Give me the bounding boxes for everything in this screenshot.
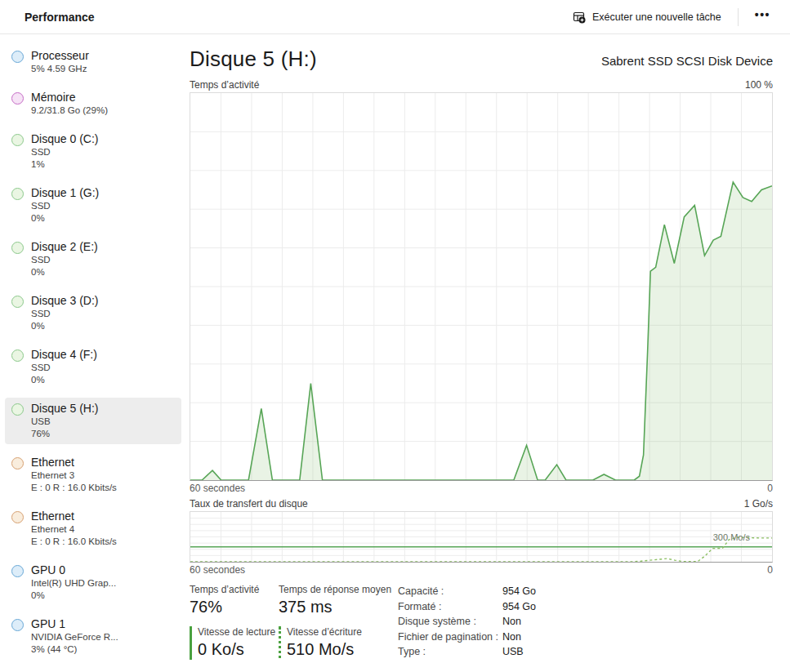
sidebar-item-subline: Ethernet 4 — [31, 523, 117, 536]
sidebar-item-text: EthernetEthernet 4E : 0 R : 16.0 Kbits/s — [31, 510, 117, 548]
detail-label: Capacité : — [398, 584, 502, 599]
sidebar-item-disque-0-c-2[interactable]: Disque 0 (C:)SSD1% — [5, 128, 181, 175]
sidebar-item-m-moire-1[interactable]: Mémoire9.2/31.8 Go (29%) — [5, 87, 181, 121]
sidebar-item-subline: 9.2/31.8 Go (29%) — [31, 105, 108, 117]
task-manager-window: Performance Exécuter une nouvelle tâche — [0, 0, 790, 672]
sidebar-item-disque-5-h-7[interactable]: Disque 5 (H:)USB76% — [5, 398, 181, 444]
transfer-chart[interactable]: 300 Mo/s — [190, 511, 773, 563]
sidebar-item-subline: SSD — [31, 146, 98, 158]
sidebar-item-subline: SSD — [31, 254, 98, 266]
axis-right-label: 0 — [767, 483, 773, 494]
resource-ring-icon — [11, 349, 24, 362]
sidebar-item-ethernet-9[interactable]: EthernetEthernet 4E : 0 R : 16.0 Kbits/s — [5, 505, 181, 552]
sidebar-item-subline: 76% — [31, 428, 98, 440]
sidebar-item-disque-2-e-4[interactable]: Disque 2 (E:)SSD0% — [5, 236, 181, 283]
detail-label: Fichier de pagination : — [398, 630, 502, 645]
stat-activity: Temps d’activité 76% — [190, 584, 278, 617]
sidebar-item-subline: SSD — [31, 308, 98, 320]
sidebar-item-title: Disque 4 (F:) — [31, 348, 97, 362]
resource-ring-icon — [11, 619, 24, 631]
device-name: Sabrent SSD SCSI Disk Device — [601, 53, 773, 72]
sidebar-item-subline: 0% — [31, 212, 99, 225]
run-new-task-button[interactable]: Exécuter une nouvelle tâche — [565, 5, 730, 29]
sidebar-item-subline: 0% — [31, 266, 98, 278]
sidebar-item-subline: E : 0 R : 16.0 Kbits/s — [31, 536, 117, 548]
sidebar-item-subline: 0% — [31, 374, 97, 386]
sidebar-item-disque-1-g-3[interactable]: Disque 1 (G:)SSD0% — [5, 182, 181, 229]
sidebar-item-gpu-0-10[interactable]: GPU 0Intel(R) UHD Grap...0% — [5, 559, 181, 606]
transfer-chart-axis: 60 secondes 0 — [190, 564, 773, 576]
disk-header: Disque 5 (H:) Sabrent SSD SCSI Disk Devi… — [190, 46, 773, 72]
activity-chart-caption: Temps d’activité 100 % — [190, 79, 773, 91]
resource-ring-icon — [11, 403, 24, 416]
new-task-icon — [573, 11, 586, 24]
detail-row: Disque système :Non — [398, 614, 536, 630]
detail-value: 954 Go — [502, 584, 536, 599]
sidebar-item-text: EthernetEthernet 3E : 0 R : 16.0 Kbits/s — [31, 456, 117, 494]
sidebar-item-text: Disque 5 (H:)USB76% — [31, 402, 98, 440]
axis-left-label: 60 secondes — [190, 483, 245, 494]
stat-activity-label: Temps d’activité — [190, 584, 278, 596]
detail-row: Fichier de pagination :Non — [398, 630, 536, 645]
write-series-marker-icon — [279, 626, 281, 660]
stat-response: Temps de réponse moyen 375 ms — [279, 584, 393, 617]
sidebar-item-text: GPU 0Intel(R) UHD Grap...0% — [31, 563, 116, 602]
activity-chart-max: 100 % — [745, 79, 773, 91]
resource-ring-icon — [11, 134, 24, 146]
detail-label: Type : — [398, 644, 502, 660]
sidebar-item-title: Mémoire — [31, 91, 108, 105]
sidebar-item-subline: 1% — [31, 158, 98, 171]
stat-read-label: Vitesse de lecture — [198, 626, 275, 639]
sidebar-item-text: Disque 2 (E:)SSD0% — [31, 240, 98, 278]
transfer-chart-label: Taux de transfert du disque — [190, 498, 308, 510]
detail-row: Formaté :954 Go — [398, 599, 536, 615]
stat-read: Vitesse de lecture 0 Ko/s — [190, 626, 278, 660]
resource-ring-icon — [11, 51, 24, 63]
content: Processeur5% 4.59 GHzMémoire9.2/31.8 Go … — [0, 34, 790, 672]
resource-ring-icon — [11, 565, 24, 577]
detail-label: Formaté : — [398, 599, 502, 615]
sidebar-item-subline: SSD — [31, 200, 99, 212]
axis-left-label: 60 secondes — [190, 564, 245, 576]
stat-response-value: 375 ms — [279, 596, 393, 617]
sidebar-item-disque-3-d-5[interactable]: Disque 3 (D:)SSD0% — [5, 290, 181, 336]
detail-value: 954 Go — [502, 599, 536, 615]
detail-value: Non — [502, 614, 521, 630]
axis-right-label: 0 — [767, 564, 773, 576]
sidebar-item-processeur-0[interactable]: Processeur5% 4.59 GHz — [5, 45, 181, 79]
sidebar-item-subline: USB — [31, 416, 98, 428]
sidebar-item-subline: Ethernet 3 — [31, 470, 117, 482]
sidebar-item-subline: 5% 4.59 GHz — [31, 63, 89, 75]
sidebar-item-text: GPU 1NVIDIA GeForce R...3% (44 °C) — [31, 617, 118, 656]
transfer-chart-max: 1 Go/s — [744, 498, 773, 510]
activity-chart-axis: 60 secondes 0 — [190, 483, 773, 494]
sidebar-item-gpu-1-11[interactable]: GPU 1NVIDIA GeForce R...3% (44 °C) — [5, 613, 181, 660]
resource-ring-icon — [11, 242, 24, 254]
sidebar-item-subline: 0% — [31, 590, 116, 602]
detail-row: Type :USB — [398, 644, 536, 660]
sidebar-item-ethernet-8[interactable]: EthernetEthernet 3E : 0 R : 16.0 Kbits/s — [5, 452, 181, 498]
sidebar-item-subline: NVIDIA GeForce R... — [31, 631, 118, 643]
sidebar-item-title: GPU 0 — [31, 563, 116, 577]
stat-grid: Temps d’activité 76% Temps de réponse mo… — [190, 584, 393, 660]
resource-ring-icon — [11, 296, 24, 308]
sidebar-item-disque-4-f-6[interactable]: Disque 4 (F:)SSD0% — [5, 344, 181, 390]
sidebar-item-subline: SSD — [31, 362, 97, 374]
resource-ring-icon — [11, 511, 24, 523]
stat-read-value: 0 Ko/s — [198, 639, 275, 660]
sidebar-item-subline: 0% — [31, 320, 98, 332]
sidebar-item-text: Disque 4 (F:)SSD0% — [31, 348, 97, 386]
detail-value: Non — [502, 630, 521, 645]
sidebar-item-title: GPU 1 — [31, 617, 118, 631]
activity-chart[interactable] — [190, 92, 773, 481]
sidebar-item-text: Disque 3 (D:)SSD0% — [31, 294, 98, 332]
sidebar-item-text: Mémoire9.2/31.8 Go (29%) — [31, 91, 108, 117]
sidebar-item-subline: E : 0 R : 16.0 Kbits/s — [31, 482, 117, 494]
stat-write: Vitesse d’écriture 510 Mo/s — [279, 626, 393, 660]
sidebar-item-title: Ethernet — [31, 456, 117, 470]
transfer-chart-caption: Taux de transfert du disque 1 Go/s — [190, 498, 773, 510]
more-options-button[interactable]: ••• — [747, 5, 779, 29]
sidebar-item-title: Disque 2 (E:) — [31, 240, 98, 254]
resource-ring-icon — [11, 92, 24, 105]
sidebar-item-subline: Intel(R) UHD Grap... — [31, 577, 116, 590]
